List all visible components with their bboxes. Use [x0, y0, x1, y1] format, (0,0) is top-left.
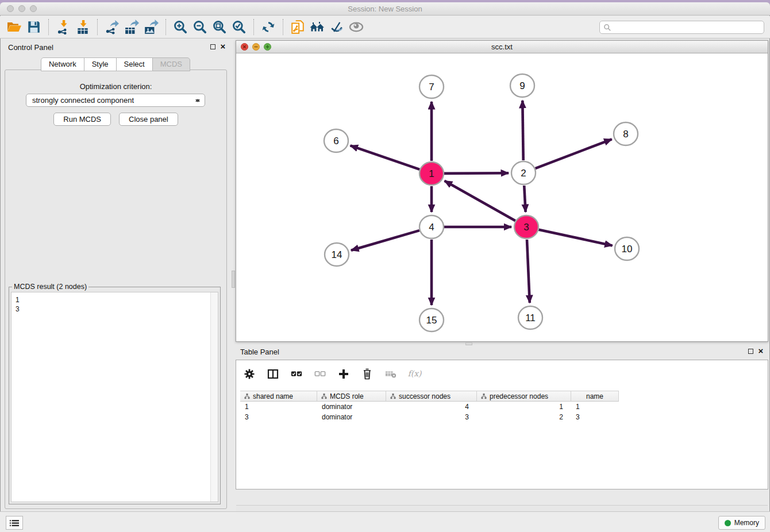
- close-panel-button[interactable]: ×: [219, 43, 227, 51]
- toolbar-separator: [283, 19, 283, 35]
- table-cell[interactable]: 2: [477, 412, 571, 422]
- delete-table-icon: [383, 367, 398, 381]
- table-cell[interactable]: 3: [386, 412, 477, 422]
- node-2[interactable]: 2: [511, 161, 536, 184]
- create-column-icon[interactable]: [336, 367, 351, 381]
- column-header-shared-name[interactable]: shared name: [240, 391, 317, 401]
- column-header-mcds-role[interactable]: MCDS role: [317, 391, 386, 401]
- edge-4-14[interactable]: [351, 230, 419, 250]
- table-cell[interactable]: 1: [240, 402, 317, 412]
- edge-2-3[interactable]: [524, 186, 525, 212]
- table-cell[interactable]: dominator: [317, 412, 386, 422]
- node-4[interactable]: 4: [419, 215, 444, 238]
- network-canvas[interactable]: 1234678910111415: [236, 53, 768, 341]
- application-window: Session: New Session Control Panel × Net…: [0, 2, 770, 532]
- result-scrollbar[interactable]: [210, 292, 218, 502]
- edge-3-1[interactable]: [445, 181, 515, 221]
- svg-text:2: 2: [521, 168, 526, 179]
- search-input[interactable]: [611, 22, 764, 33]
- node-3[interactable]: 3: [514, 215, 538, 238]
- delete-columns-icon[interactable]: [360, 367, 375, 381]
- zoom-in-icon[interactable]: [171, 18, 190, 36]
- svg-text:6: 6: [333, 136, 338, 147]
- clone-network-icon[interactable]: [288, 18, 307, 36]
- table-row[interactable]: 1dominator411: [240, 402, 619, 412]
- svg-text:14: 14: [332, 249, 342, 260]
- show-hide-graphics-details-icon[interactable]: [327, 18, 346, 36]
- table-cell[interactable]: 4: [386, 402, 477, 412]
- export-table-icon[interactable]: [122, 18, 141, 36]
- hierarchy-icon: [390, 394, 396, 399]
- tab-style[interactable]: Style: [84, 57, 117, 71]
- edge-1-2[interactable]: [444, 173, 509, 174]
- export-image-icon[interactable]: [141, 18, 161, 36]
- column-header-successor-nodes[interactable]: successor nodes: [386, 391, 477, 401]
- toggle-visibility-icon[interactable]: [346, 18, 366, 36]
- node-14[interactable]: 14: [325, 243, 349, 266]
- save-session-icon[interactable]: [24, 18, 44, 36]
- node-15[interactable]: 15: [419, 309, 444, 331]
- svg-text:10: 10: [622, 244, 633, 255]
- toolbar-separator: [97, 19, 98, 35]
- svg-text:4: 4: [429, 222, 434, 233]
- column-header-name[interactable]: name: [571, 391, 619, 401]
- edge-2-9[interactable]: [522, 101, 523, 160]
- table-panel-header: Table Panel ×: [236, 345, 768, 360]
- toolbar-separator: [165, 19, 166, 35]
- network-window-titlebar[interactable]: scc.txt: [236, 41, 768, 53]
- table-cell[interactable]: dominator: [317, 402, 386, 412]
- float-panel-button[interactable]: [209, 43, 217, 51]
- node-11[interactable]: 11: [518, 306, 542, 329]
- import-network-icon[interactable]: [53, 18, 73, 36]
- deselect-all-checkboxes-icon[interactable]: [313, 367, 328, 381]
- export-network-icon[interactable]: [102, 18, 122, 36]
- show-columns-icon[interactable]: [265, 367, 280, 381]
- select-all-checkboxes-icon[interactable]: [289, 367, 304, 381]
- mcds-result-list[interactable]: 13: [11, 292, 218, 502]
- optimization-criterion-select[interactable]: strongly connected component: [26, 94, 205, 107]
- optimization-criterion-label: Optimization criterion:: [5, 82, 226, 91]
- edge-3-11[interactable]: [527, 240, 530, 303]
- search-field[interactable]: [599, 21, 764, 34]
- control-panel-tabs: NetworkStyleSelectMCDS: [0, 57, 232, 71]
- zoom-out-icon[interactable]: [190, 18, 210, 36]
- memory-button[interactable]: Memory: [718, 516, 765, 530]
- table-cell[interactable]: 3: [240, 412, 317, 422]
- table-header-row: shared nameMCDS rolesuccessor nodesprede…: [240, 391, 619, 402]
- table-cell[interactable]: 1: [477, 402, 571, 412]
- column-header-predecessor-nodes[interactable]: predecessor nodes: [477, 391, 571, 401]
- column-header-label: MCDS role: [330, 392, 364, 400]
- node-6[interactable]: 6: [324, 129, 348, 152]
- node-9[interactable]: 9: [510, 74, 534, 97]
- zoom-selected-icon[interactable]: [229, 18, 249, 36]
- edge-2-8[interactable]: [536, 139, 612, 168]
- import-table-icon[interactable]: [73, 18, 93, 36]
- close-table-panel-button[interactable]: ×: [757, 347, 765, 355]
- close-mcds-panel-button[interactable]: Close panel: [119, 113, 178, 126]
- edge-3-10[interactable]: [539, 230, 613, 246]
- apply-preferred-layout-icon[interactable]: [259, 18, 278, 36]
- mcds-result-title: MCDS result (2 nodes): [12, 283, 88, 291]
- float-table-panel-button[interactable]: [746, 347, 754, 355]
- panel-splitter[interactable]: [232, 38, 236, 511]
- settings-gear-icon[interactable]: [242, 367, 257, 381]
- table-row[interactable]: 3dominator323: [240, 412, 619, 422]
- tab-mcds[interactable]: MCDS: [152, 57, 190, 71]
- tab-select[interactable]: Select: [116, 57, 153, 71]
- network-overview-icon[interactable]: [307, 18, 327, 36]
- open-session-icon[interactable]: [5, 18, 24, 36]
- show-panels-button[interactable]: [6, 516, 23, 530]
- network-window-title: scc.txt: [236, 43, 768, 51]
- run-mcds-button[interactable]: Run MCDS: [53, 113, 111, 126]
- node-8[interactable]: 8: [614, 122, 638, 145]
- table-cell[interactable]: 1: [571, 402, 619, 412]
- tab-network[interactable]: Network: [41, 57, 84, 71]
- table-toolbar: f(x): [242, 365, 422, 383]
- table-cell[interactable]: 3: [571, 412, 619, 422]
- node-7[interactable]: 7: [419, 75, 444, 98]
- edge-1-6[interactable]: [351, 145, 420, 169]
- zoom-fit-icon[interactable]: [210, 18, 229, 36]
- node-10[interactable]: 10: [615, 237, 639, 260]
- splitter-handle[interactable]: [232, 271, 235, 288]
- node-1[interactable]: 1: [419, 162, 444, 185]
